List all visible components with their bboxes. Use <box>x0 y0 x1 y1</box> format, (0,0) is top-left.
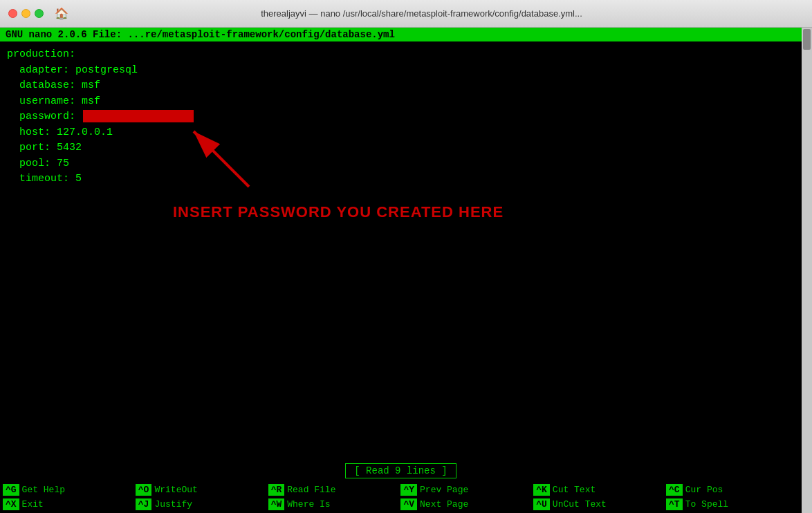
shortcut-key-v: ^V <box>400 498 417 510</box>
line-4: username: msf <box>7 94 795 110</box>
shortcut-key-c: ^C <box>666 484 683 496</box>
shortcut-key-y: ^Y <box>400 484 417 496</box>
titlebar: 🏠 therealjayvi — nano /usr/local/share/m… <box>0 0 812 28</box>
shortcut-key-x: ^X <box>3 498 19 510</box>
traffic-lights <box>8 9 44 18</box>
annotation-text: INSERT PASSWORD YOU CREATED HERE <box>173 200 504 223</box>
shortcut-label-k: Cut Text <box>553 485 596 495</box>
password-highlight <box>83 110 194 122</box>
shortcuts-panel: ^G Get Help ^O WriteOut ^R Read File ^Y … <box>0 481 802 513</box>
shortcut-label-u: UnCut Text <box>553 499 607 510</box>
arrow-annotation <box>180 118 263 200</box>
line-9: timeout: 5 <box>7 171 795 187</box>
line-8: pool: 75 <box>7 156 795 172</box>
shortcut-next-page[interactable]: ^V Next Page <box>400 498 533 510</box>
svg-line-1 <box>194 131 249 187</box>
line-6: host: 127.0.0.1 <box>7 125 795 141</box>
shortcut-cut-text[interactable]: ^K Cut Text <box>533 484 666 496</box>
shortcut-key-t: ^T <box>666 498 683 510</box>
shortcut-cur-pos[interactable]: ^C Cur Pos <box>666 484 799 496</box>
shortcut-key-g: ^G <box>3 484 19 496</box>
minimize-button[interactable] <box>21 9 30 18</box>
line-2: adapter: postgresql <box>7 63 795 79</box>
shortcut-uncut-text[interactable]: ^U UnCut Text <box>533 498 666 510</box>
shortcut-key-u: ^U <box>533 498 550 510</box>
shortcut-row-2: ^X Exit ^J Justify ^W Where Is ^V Next P… <box>0 497 802 512</box>
shortcut-label-x: Exit <box>22 499 44 510</box>
shortcut-label-w: Where Is <box>287 499 330 510</box>
line-1: production: <box>7 47 795 63</box>
editor-area[interactable]: production: adapter: postgresql database… <box>0 41 802 460</box>
shortcut-label-j: Justify <box>154 499 192 510</box>
scrollbar[interactable] <box>802 28 812 513</box>
scrollbar-thumb[interactable] <box>803 29 811 50</box>
shortcut-read-file[interactable]: ^R Read File <box>268 484 401 496</box>
shortcut-get-help[interactable]: ^G Get Help <box>3 484 136 496</box>
shortcut-label-g: Get Help <box>22 485 65 495</box>
shortcut-label-r: Read File <box>287 485 335 495</box>
shortcut-label-v: Next Page <box>420 499 468 510</box>
shortcut-to-spell[interactable]: ^T To Spell <box>666 498 799 510</box>
shortcut-justify[interactable]: ^J Justify <box>136 498 268 510</box>
line-3: database: msf <box>7 78 795 94</box>
line-7: port: 5432 <box>7 140 795 156</box>
shortcut-label-t: To Spell <box>685 499 728 510</box>
nano-statusbar: GNU nano 2.0.6 File: ...re/metasploit-fr… <box>0 28 802 41</box>
shortcut-key-k: ^K <box>533 484 550 496</box>
shortcut-key-o: ^O <box>136 484 152 496</box>
line-5: password: <box>7 109 795 125</box>
shortcut-key-w: ^W <box>268 498 285 510</box>
close-button[interactable] <box>8 9 17 18</box>
shortcut-label-y: Prev Page <box>420 485 468 495</box>
titlebar-title: therealjayvi — nano /usr/local/share/met… <box>39 8 804 19</box>
status-message-bar: [ Read 9 lines ] <box>0 460 802 481</box>
shortcut-prev-page[interactable]: ^Y Prev Page <box>400 484 533 496</box>
shortcut-where-is[interactable]: ^W Where Is <box>268 498 401 510</box>
shortcut-label-c: Cur Pos <box>685 485 723 495</box>
shortcut-key-j: ^J <box>136 498 152 510</box>
shortcut-row-1: ^G Get Help ^O WriteOut ^R Read File ^Y … <box>0 483 802 497</box>
status-box: [ Read 9 lines ] <box>345 463 456 478</box>
shortcut-exit[interactable]: ^X Exit <box>3 498 136 510</box>
shortcut-writeout[interactable]: ^O WriteOut <box>136 484 268 496</box>
shortcut-key-r: ^R <box>268 484 285 496</box>
shortcut-label-o: WriteOut <box>154 485 197 495</box>
